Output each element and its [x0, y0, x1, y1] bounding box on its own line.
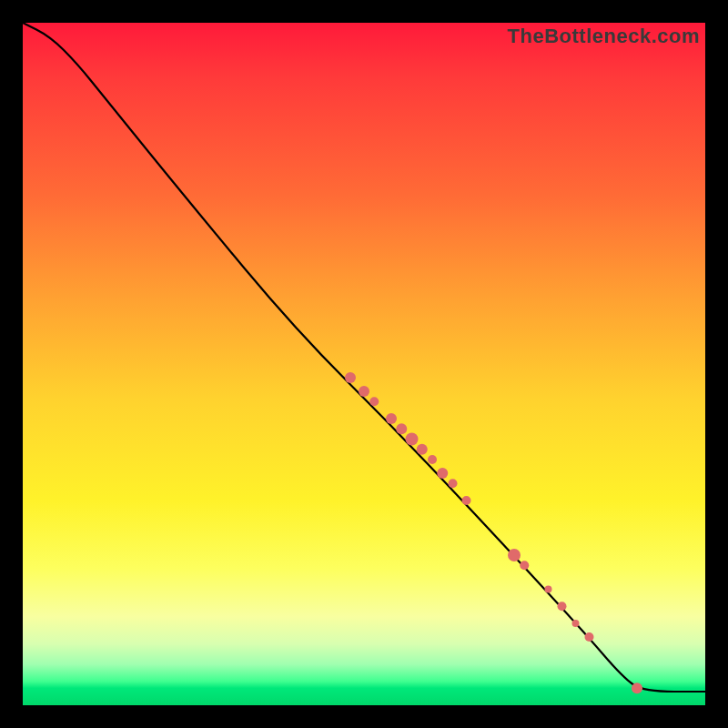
data-point [359, 386, 369, 397]
chart-svg [23, 23, 705, 705]
data-point [520, 561, 529, 570]
chart-frame: TheBottleneck.com [23, 23, 705, 705]
data-point [558, 602, 567, 611]
data-point [632, 682, 642, 693]
data-point [572, 620, 580, 627]
data-point [406, 433, 419, 446]
data-point [462, 496, 471, 505]
data-point [369, 397, 379, 406]
data-point [545, 586, 552, 593]
data-point [417, 444, 428, 455]
bottleneck-curve [23, 23, 705, 692]
data-point [585, 632, 594, 642]
data-point [508, 549, 521, 561]
data-point [386, 413, 397, 424]
data-point [396, 423, 407, 434]
data-point [437, 468, 448, 479]
data-point [449, 479, 458, 488]
data-point [428, 455, 437, 464]
data-point [345, 372, 356, 383]
